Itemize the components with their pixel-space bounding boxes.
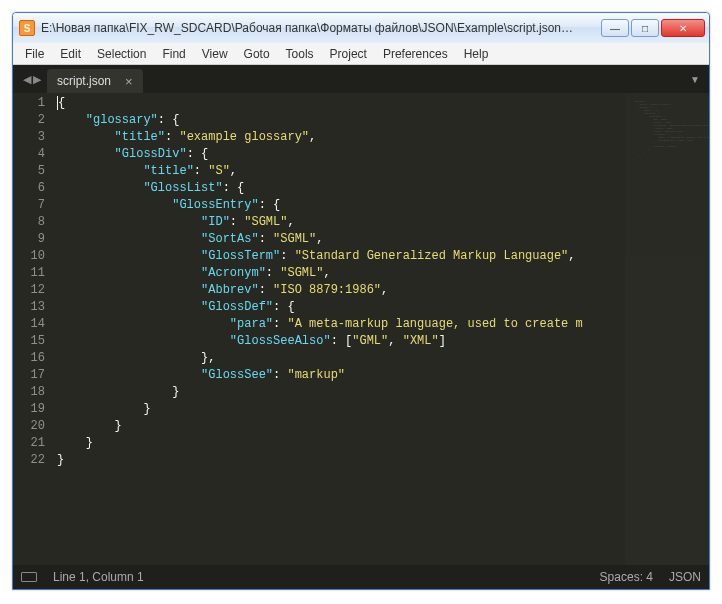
status-position[interactable]: Line 1, Column 1 xyxy=(53,570,144,584)
menu-project[interactable]: Project xyxy=(322,45,375,63)
maximize-button[interactable]: □ xyxy=(631,19,659,37)
tab-label: script.json xyxy=(57,74,111,88)
minimap[interactable]: { "glossary": { "title": "example glossa… xyxy=(625,93,709,565)
menu-file[interactable]: File xyxy=(17,45,52,63)
tab-dropdown-icon[interactable]: ▼ xyxy=(681,65,709,93)
tab-bar: ◀ ▶ script.json × ▼ xyxy=(13,65,709,93)
code-line: } xyxy=(57,384,709,401)
line-number: 2 xyxy=(13,112,45,129)
code-line: "ID": "SGML", xyxy=(57,214,709,231)
line-number: 13 xyxy=(13,299,45,316)
close-button[interactable]: ✕ xyxy=(661,19,705,37)
code-line: } xyxy=(57,452,709,469)
code-line: { xyxy=(57,95,709,112)
line-number: 22 xyxy=(13,452,45,469)
code-line: "GlossTerm": "Standard Generalized Marku… xyxy=(57,248,709,265)
tab-next-icon[interactable]: ▶ xyxy=(33,73,41,86)
line-number: 9 xyxy=(13,231,45,248)
status-syntax[interactable]: JSON xyxy=(669,570,701,584)
code-line: "GlossList": { xyxy=(57,180,709,197)
code-line: "GlossEntry": { xyxy=(57,197,709,214)
tab-spacer xyxy=(143,65,681,93)
line-number: 4 xyxy=(13,146,45,163)
editor-area[interactable]: 12345678910111213141516171819202122 { "g… xyxy=(13,93,709,565)
line-number: 20 xyxy=(13,418,45,435)
editor-client: ◀ ▶ script.json × ▼ 12345678910111213141… xyxy=(13,65,709,589)
line-number: 10 xyxy=(13,248,45,265)
code-line: "Acronym": "SGML", xyxy=(57,265,709,282)
application-window: S E:\Новая папка\FIX_RW_SDCARD\Рабочая п… xyxy=(12,12,710,590)
window-title: E:\Новая папка\FIX_RW_SDCARD\Рабочая пап… xyxy=(41,21,601,35)
line-number: 17 xyxy=(13,367,45,384)
menu-bar: FileEditSelectionFindViewGotoToolsProjec… xyxy=(13,43,709,65)
tab-script-json[interactable]: script.json × xyxy=(47,69,143,93)
code-line: }, xyxy=(57,350,709,367)
tab-nav: ◀ ▶ xyxy=(17,65,47,93)
code-line: "GlossSee": "markup" xyxy=(57,367,709,384)
menu-preferences[interactable]: Preferences xyxy=(375,45,456,63)
code-line: } xyxy=(57,435,709,452)
line-number: 5 xyxy=(13,163,45,180)
status-bar: Line 1, Column 1 Spaces: 4 JSON xyxy=(13,565,709,589)
line-number: 14 xyxy=(13,316,45,333)
line-number: 7 xyxy=(13,197,45,214)
line-number: 1 xyxy=(13,95,45,112)
code-line: "SortAs": "SGML", xyxy=(57,231,709,248)
code-line: "para": "A meta-markup language, used to… xyxy=(57,316,709,333)
line-number: 3 xyxy=(13,129,45,146)
code-line: "GlossSeeAlso": ["GML", "XML"] xyxy=(57,333,709,350)
app-icon: S xyxy=(19,20,35,36)
line-number: 8 xyxy=(13,214,45,231)
code-line: "title": "S", xyxy=(57,163,709,180)
code-line: "title": "example glossary", xyxy=(57,129,709,146)
minimize-button[interactable]: — xyxy=(601,19,629,37)
code-line: "GlossDiv": { xyxy=(57,146,709,163)
line-number: 16 xyxy=(13,350,45,367)
menu-tools[interactable]: Tools xyxy=(278,45,322,63)
menu-selection[interactable]: Selection xyxy=(89,45,154,63)
window-controls: — □ ✕ xyxy=(601,19,705,37)
line-number: 19 xyxy=(13,401,45,418)
line-number: 12 xyxy=(13,282,45,299)
menu-help[interactable]: Help xyxy=(456,45,497,63)
code-line: } xyxy=(57,418,709,435)
menu-find[interactable]: Find xyxy=(154,45,193,63)
line-number: 15 xyxy=(13,333,45,350)
menu-goto[interactable]: Goto xyxy=(236,45,278,63)
line-number-gutter: 12345678910111213141516171819202122 xyxy=(13,93,53,565)
title-bar[interactable]: S E:\Новая папка\FIX_RW_SDCARD\Рабочая п… xyxy=(13,13,709,43)
line-number: 21 xyxy=(13,435,45,452)
menu-view[interactable]: View xyxy=(194,45,236,63)
line-number: 11 xyxy=(13,265,45,282)
tab-prev-icon[interactable]: ◀ xyxy=(23,73,31,86)
code-line: } xyxy=(57,401,709,418)
status-indentation[interactable]: Spaces: 4 xyxy=(600,570,653,584)
code-line: "glossary": { xyxy=(57,112,709,129)
line-number: 18 xyxy=(13,384,45,401)
code-line: "GlossDef": { xyxy=(57,299,709,316)
tab-close-icon[interactable]: × xyxy=(125,75,133,88)
line-number: 6 xyxy=(13,180,45,197)
code-content[interactable]: { "glossary": { "title": "example glossa… xyxy=(53,93,709,565)
menu-edit[interactable]: Edit xyxy=(52,45,89,63)
panel-switcher-icon[interactable] xyxy=(21,572,37,582)
code-line: "Abbrev": "ISO 8879:1986", xyxy=(57,282,709,299)
